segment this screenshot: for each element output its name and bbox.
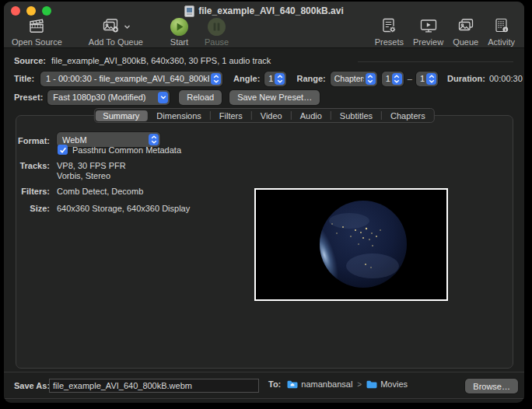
traffic-lights [11,6,51,16]
range-to-value: 1 [420,74,425,83]
presets-label: Presets [375,37,404,47]
source-row: Source: file_example_AVI_800kB, 640x360,… [14,54,271,67]
tab-dimensions[interactable]: Dimensions [148,110,209,122]
tracks-line2: Vorbis, Stereo [57,171,110,180]
range-dash: – [408,74,412,83]
preset-popup-value: Fast 1080p30 (Modified) [53,93,156,102]
tab-chapters[interactable]: Chapters [382,110,434,122]
path-folder-name[interactable]: Movies [380,379,408,389]
save-bar: Save As: To: namanbansal > Movies Browse… [4,372,524,399]
open-source-button[interactable]: Open Source [7,16,67,47]
path-separator: > [355,380,363,389]
document-proxy-icon [184,5,194,17]
save-new-preset-button[interactable]: Save New Preset… [229,90,320,105]
toolbar-right: Presets Preview [370,16,520,47]
angle-popup[interactable]: 1 [264,72,286,86]
tab-summary[interactable]: Summary [95,110,147,121]
source-divider [358,61,513,62]
updown-stepper-icon [392,73,402,85]
filters-value: Comb Detect, Decomb [57,187,143,196]
destination-path: To: namanbansal > Movies [268,379,408,389]
activity-label: Activity [488,37,515,47]
save-as-label: Save As: [14,381,50,390]
summary-panel: Format: WebM Passthru Common Metadata Tr… [16,115,513,369]
to-label: To: [268,379,281,389]
filters-label: Filters: [16,187,50,196]
tab-video[interactable]: Video [252,110,291,122]
reload-button[interactable]: Reload [179,90,222,105]
toolbar-left: Open Source [7,16,233,47]
angle-popup-value: 1 [268,74,273,83]
screenshot-root: file_example_AVI_640_800kB.avi Open Sou [0,0,532,409]
home-folder-icon [287,380,298,389]
updown-stepper-icon [366,73,376,85]
document-gear-icon [380,16,398,37]
updown-stepper-icon [149,134,159,145]
range-type-popup[interactable]: Chapters [331,72,377,86]
preset-row: Preset: Fast 1080p30 (Modified) Reload S… [14,89,320,105]
window-title: file_example_AVI_640_800kB.avi [198,5,344,16]
range-label: Range: [296,74,325,83]
add-to-queue-button[interactable]: Add To Queue [84,16,148,47]
save-as-input[interactable] [49,379,259,393]
start-button[interactable]: Start [165,16,194,47]
monitor-play-icon [418,16,439,37]
add-to-queue-dropdown-chevron-icon[interactable] [124,24,131,30]
duration-value: 00:00:30 [489,74,523,83]
chevron-down-icon [158,92,168,103]
clapperboard-icon [26,16,47,37]
pause-label: Pause [205,37,229,47]
pause-button[interactable]: Pause [200,16,233,47]
source-value: file_example_AVI_800kB, 640x360, 30 FPS,… [51,56,271,65]
open-source-label: Open Source [12,37,62,47]
format-label: Format: [16,136,50,145]
close-button[interactable] [11,6,20,16]
updown-stepper-icon [211,73,221,85]
tab-subtitles[interactable]: Subtitles [331,110,381,122]
minimize-button[interactable] [26,6,36,16]
range-from-popup[interactable]: 1 [382,72,404,86]
title-row: Title: 1 - 00:00:30 - file_example_AVI_6… [14,71,515,86]
handbrake-window: file_example_AVI_640_800kB.avi Open Sou [4,2,524,403]
toolbar: Open Source [7,16,520,47]
duration-label: Duration: [447,74,485,83]
updown-stepper-icon [275,73,285,85]
passthru-metadata-label: Passthru Common Metadata [72,145,181,155]
preset-popup[interactable]: Fast 1080p30 (Modified) [47,90,170,105]
photo-stack-plus-icon [100,16,131,37]
passthru-metadata-checkbox[interactable] [58,145,68,155]
titlebar: file_example_AVI_640_800kB.avi [58,5,470,17]
title-popup-value: 1 - 00:00:30 - file_example_AVI_640_800k… [46,74,209,83]
preview-label: Preview [413,37,443,47]
title-label: Title: [14,74,34,83]
tab-audio[interactable]: Audio [292,110,331,122]
activity-button[interactable]: Activity [483,16,520,47]
queue-button[interactable]: Queue [448,16,483,47]
tab-bar: Summary Dimensions Filters Video Audio S… [93,108,434,123]
tracks-label: Tracks: [16,161,50,170]
preset-label: Preset: [14,93,43,102]
zoom-button[interactable] [42,6,51,16]
browse-button[interactable]: Browse… [465,379,518,393]
updown-stepper-icon [426,73,436,85]
title-popup[interactable]: 1 - 00:00:30 - file_example_AVI_640_800k… [40,72,222,86]
range-to-popup[interactable]: 1 [416,72,438,86]
add-to-queue-label: Add To Queue [89,37,143,47]
preview-thumbnail[interactable] [254,188,448,301]
range-type-value: Chapters [334,74,364,83]
size-label: Size: [16,204,50,213]
path-home-name[interactable]: namanbansal [301,379,352,389]
start-label: Start [170,37,188,47]
tracks-line1: VP8, 30 FPS PFR [57,161,126,170]
presets-button[interactable]: Presets [370,16,408,47]
photo-stack-icon [456,16,476,37]
preview-button[interactable]: Preview [408,16,448,47]
tab-filters[interactable]: Filters [211,110,251,122]
pause-circle-icon [207,16,226,37]
earth-night-image [256,190,446,299]
queue-label: Queue [453,37,478,47]
format-popup-value: WebM [62,135,147,145]
window-chrome: file_example_AVI_640_800kB.avi Open Sou [4,2,524,48]
source-label: Source: [14,56,46,65]
document-info-icon [492,16,511,37]
